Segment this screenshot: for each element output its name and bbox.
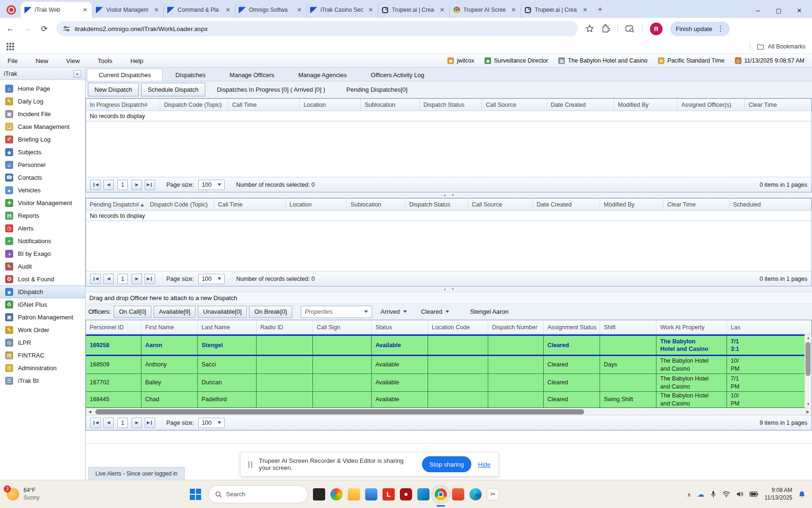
tab-command[interactable]: Command & Pla: [164, 2, 235, 18]
first-page-button[interactable]: [90, 418, 101, 428]
column-header[interactable]: Call Source: [482, 99, 547, 111]
column-header[interactable]: Clear Time: [745, 99, 812, 111]
column-header[interactable]: Assigned Officer(s): [678, 99, 745, 111]
sidebar-item[interactable]: ☺ Personnel: [0, 159, 85, 171]
menu-item[interactable]: New: [36, 57, 48, 64]
m365-icon[interactable]: [452, 488, 464, 500]
notifications-bell-icon[interactable]: [798, 491, 805, 498]
sidebar-item[interactable]: ◷ Alerts: [0, 222, 85, 235]
column-header[interactable]: Last Name: [198, 320, 257, 334]
column-header[interactable]: Personnel ID: [86, 320, 141, 334]
copilot-icon[interactable]: [330, 488, 343, 500]
current-page[interactable]: 1: [117, 418, 128, 428]
prev-page-button[interactable]: [103, 180, 114, 190]
next-page-button[interactable]: [132, 274, 142, 284]
opera-icon[interactable]: [400, 488, 412, 500]
sidebar-item[interactable]: ● Vehicles: [0, 184, 85, 197]
close-button[interactable]: [796, 7, 803, 14]
last-page-button[interactable]: [145, 418, 155, 428]
dispatch-tab[interactable]: Dispatches: [164, 69, 217, 81]
tab-close-icon[interactable]: [225, 7, 231, 13]
all-bookmarks-button[interactable]: All Bookmarks: [750, 42, 805, 51]
dispatch-tab[interactable]: Manage Agencies: [287, 69, 358, 81]
bookmark-star-icon[interactable]: [586, 24, 594, 33]
column-header[interactable]: Dispatch Status: [406, 198, 468, 210]
schedule-dispatch-button[interactable]: Schedule Dispatch: [141, 83, 205, 96]
sidebar-item[interactable]: ▤ FINTRAC: [0, 349, 85, 362]
outlook-icon[interactable]: [417, 488, 429, 500]
sidebar-item[interactable]: ♻ iGNet Plus: [0, 298, 85, 311]
column-header[interactable]: Location Code: [428, 320, 488, 334]
column-header[interactable]: Sublocation: [361, 99, 420, 111]
finish-update-button[interactable]: Finish update: [670, 22, 730, 36]
column-header[interactable]: Clear Time: [664, 198, 729, 210]
sidebar-item[interactable]: ☰ iTrak BI: [0, 374, 85, 387]
tab-search-icon[interactable]: [625, 25, 634, 33]
column-header[interactable]: Date Created: [533, 198, 600, 210]
minimize-button[interactable]: [755, 7, 761, 14]
column-header[interactable]: Dispatch Code (Topic): [160, 99, 228, 111]
last-page-button[interactable]: [145, 274, 155, 284]
scrollbar-thumb[interactable]: [95, 409, 584, 414]
address-bar[interactable]: itrakdemo2.omnigo.one/iTrak/WorkLoader.a…: [56, 21, 578, 36]
column-header[interactable]: Call Time: [214, 198, 286, 210]
current-page[interactable]: 1: [117, 180, 128, 190]
menu-item[interactable]: Tools: [98, 57, 113, 64]
prev-page-button[interactable]: [103, 274, 114, 284]
apps-grid-icon[interactable]: [7, 43, 14, 50]
tab-close-icon[interactable]: [439, 7, 445, 13]
edge-icon[interactable]: [469, 488, 482, 500]
reload-icon[interactable]: [39, 24, 49, 34]
menu-item[interactable]: Help: [130, 57, 143, 64]
sidebar-item[interactable]: ◎ iLPR: [0, 336, 85, 349]
stop-sharing-button[interactable]: Stop sharing: [422, 456, 471, 472]
menu-item[interactable]: File: [8, 57, 18, 64]
file-explorer-icon[interactable]: [348, 488, 360, 500]
officer-status-button[interactable]: Unavailable[0]: [198, 306, 247, 318]
column-header[interactable]: Dispatch Number: [488, 320, 544, 334]
menu-item[interactable]: View: [66, 57, 80, 64]
column-header[interactable]: Scheduled: [729, 198, 812, 210]
tab-close-icon[interactable]: [367, 7, 374, 13]
sidebar-item[interactable]: ☎ Contacts: [0, 171, 85, 184]
scrollbar-thumb[interactable]: [805, 342, 811, 376]
officer-status-button[interactable]: Available[9]: [154, 306, 195, 318]
column-header[interactable]: Pending Dispatch# ▴: [86, 198, 146, 210]
page-size-select[interactable]: 100: [198, 418, 225, 428]
sidebar-item[interactable]: ✎ Work Order: [0, 324, 85, 336]
l-app-icon[interactable]: L: [383, 488, 395, 500]
sidebar-item[interactable]: ▣ Patron Management: [0, 311, 85, 324]
sidebar-item[interactable]: ⌂ Home Page: [0, 82, 85, 95]
extensions-icon[interactable]: [601, 24, 610, 33]
vertical-scrollbar[interactable]: [804, 334, 812, 408]
cleared-dropdown[interactable]: Cleared: [415, 308, 455, 315]
column-header[interactable]: Location: [286, 198, 347, 210]
scroll-up-icon[interactable]: [805, 336, 812, 340]
scroll-right-icon[interactable]: [804, 410, 812, 414]
tab-close-icon[interactable]: [296, 7, 303, 13]
officer-row[interactable]: 169258 Aaron Stengel Available Cleared: [86, 334, 812, 356]
taskbar-clock[interactable]: 9:08 AM 11/13/2025: [765, 487, 792, 501]
last-page-button[interactable]: [145, 180, 155, 190]
sidebar-item[interactable]: ◑ BI by Exago: [0, 247, 85, 260]
next-page-button[interactable]: [132, 418, 142, 428]
pane-splitter[interactable]: [86, 286, 812, 292]
tab-trupeer-2[interactable]: Trupeer.ai | Crea: [521, 2, 592, 18]
sidebar-item[interactable]: ✐ Briefing Log: [0, 133, 85, 146]
column-header[interactable]: First Name: [141, 320, 198, 334]
first-page-button[interactable]: [90, 180, 101, 190]
officer-status-button[interactable]: On Call[0]: [114, 306, 151, 318]
drag-grip-icon[interactable]: [248, 461, 252, 468]
new-dispatch-button[interactable]: New Dispatch: [88, 83, 139, 96]
page-size-select[interactable]: 100: [198, 274, 225, 284]
sidebar-item[interactable]: ☻ iDispatch: [0, 286, 85, 298]
browser-menu-icon[interactable]: [717, 24, 724, 33]
scroll-left-icon[interactable]: [86, 410, 94, 414]
column-header[interactable]: In Progress Dispatch#: [86, 99, 160, 111]
column-header[interactable]: Location: [300, 99, 361, 111]
weather-widget[interactable]: 3 64°F Sunny: [7, 487, 39, 501]
sidebar-item[interactable]: ⊙ Administration: [0, 362, 85, 374]
forward-icon[interactable]: [23, 24, 32, 33]
officer-row[interactable]: 167702 Bailey Duncan Available Cleared: [86, 374, 812, 392]
column-header[interactable]: Status: [372, 320, 428, 334]
